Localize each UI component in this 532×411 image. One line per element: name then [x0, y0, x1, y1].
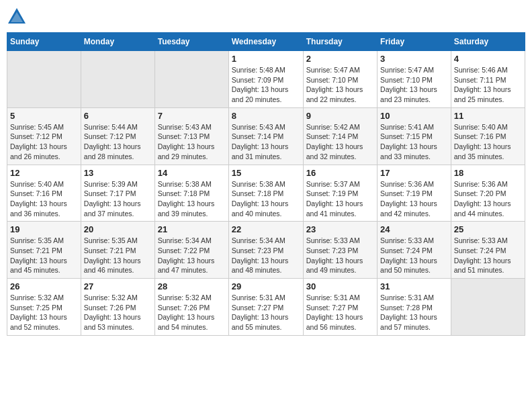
day-number: 1: [232, 54, 300, 64]
day-detail: Sunrise: 5:35 AM Sunset: 7:21 PM Dayligh…: [10, 236, 78, 275]
day-number: 31: [380, 281, 448, 291]
calendar-week-row: 19Sunrise: 5:35 AM Sunset: 7:21 PM Dayli…: [7, 222, 525, 279]
day-number: 28: [158, 281, 226, 291]
day-number: 22: [232, 224, 300, 234]
calendar-week-row: 1Sunrise: 5:48 AM Sunset: 7:09 PM Daylig…: [7, 51, 525, 108]
weekday-header: Friday: [378, 33, 451, 51]
weekday-header: Monday: [81, 33, 154, 51]
calendar-cell: 13Sunrise: 5:39 AM Sunset: 7:17 PM Dayli…: [81, 165, 154, 222]
calendar-cell: 15Sunrise: 5:38 AM Sunset: 7:18 PM Dayli…: [228, 165, 303, 222]
day-detail: Sunrise: 5:37 AM Sunset: 7:19 PM Dayligh…: [306, 179, 374, 219]
page-header: [7, 7, 525, 27]
weekday-header: Saturday: [451, 33, 525, 51]
day-number: 6: [84, 111, 152, 121]
calendar-cell: 29Sunrise: 5:31 AM Sunset: 7:27 PM Dayli…: [228, 279, 303, 336]
day-detail: Sunrise: 5:32 AM Sunset: 7:26 PM Dayligh…: [84, 293, 152, 332]
day-number: 2: [306, 54, 374, 64]
calendar-cell: 22Sunrise: 5:34 AM Sunset: 7:23 PM Dayli…: [228, 222, 303, 279]
calendar-cell: 2Sunrise: 5:47 AM Sunset: 7:10 PM Daylig…: [303, 51, 377, 108]
day-number: 7: [158, 111, 226, 121]
day-detail: Sunrise: 5:40 AM Sunset: 7:16 PM Dayligh…: [10, 179, 78, 219]
day-number: 20: [84, 224, 152, 234]
day-detail: Sunrise: 5:38 AM Sunset: 7:18 PM Dayligh…: [158, 179, 226, 219]
day-detail: Sunrise: 5:34 AM Sunset: 7:23 PM Dayligh…: [232, 236, 300, 275]
day-number: 5: [10, 111, 78, 121]
day-detail: Sunrise: 5:33 AM Sunset: 7:24 PM Dayligh…: [454, 236, 522, 275]
calendar-cell: 18Sunrise: 5:36 AM Sunset: 7:20 PM Dayli…: [451, 165, 525, 222]
day-detail: Sunrise: 5:32 AM Sunset: 7:26 PM Dayligh…: [158, 293, 226, 332]
day-detail: Sunrise: 5:42 AM Sunset: 7:14 PM Dayligh…: [306, 122, 374, 162]
day-number: 27: [84, 281, 152, 291]
day-number: 8: [232, 111, 300, 121]
day-detail: Sunrise: 5:35 AM Sunset: 7:21 PM Dayligh…: [84, 236, 152, 275]
day-number: 3: [380, 54, 448, 64]
calendar-cell: 12Sunrise: 5:40 AM Sunset: 7:16 PM Dayli…: [7, 165, 81, 222]
day-detail: Sunrise: 5:36 AM Sunset: 7:20 PM Dayligh…: [454, 179, 522, 219]
day-number: 18: [454, 168, 522, 178]
day-detail: Sunrise: 5:39 AM Sunset: 7:17 PM Dayligh…: [84, 179, 152, 219]
calendar-cell: [7, 51, 81, 108]
calendar-cell: 24Sunrise: 5:33 AM Sunset: 7:24 PM Dayli…: [378, 222, 451, 279]
calendar-cell: 17Sunrise: 5:36 AM Sunset: 7:19 PM Dayli…: [378, 165, 451, 222]
day-number: 16: [306, 168, 374, 178]
calendar-cell: 3Sunrise: 5:47 AM Sunset: 7:10 PM Daylig…: [378, 51, 451, 108]
calendar-cell: 27Sunrise: 5:32 AM Sunset: 7:26 PM Dayli…: [81, 279, 154, 336]
calendar-cell: 6Sunrise: 5:44 AM Sunset: 7:12 PM Daylig…: [81, 107, 154, 165]
calendar-cell: 10Sunrise: 5:41 AM Sunset: 7:15 PM Dayli…: [378, 107, 451, 165]
weekday-header: Wednesday: [228, 33, 303, 51]
day-number: 17: [380, 168, 448, 178]
day-detail: Sunrise: 5:33 AM Sunset: 7:23 PM Dayligh…: [306, 236, 374, 275]
day-number: 24: [380, 224, 448, 234]
day-detail: Sunrise: 5:45 AM Sunset: 7:12 PM Dayligh…: [10, 122, 78, 162]
day-number: 11: [454, 111, 522, 121]
day-detail: Sunrise: 5:48 AM Sunset: 7:09 PM Dayligh…: [232, 65, 300, 105]
logo-icon: [7, 7, 27, 27]
day-number: 30: [306, 281, 374, 291]
day-detail: Sunrise: 5:40 AM Sunset: 7:16 PM Dayligh…: [454, 122, 522, 162]
day-number: 10: [380, 111, 448, 121]
day-number: 9: [306, 111, 374, 121]
calendar-cell: 4Sunrise: 5:46 AM Sunset: 7:11 PM Daylig…: [451, 51, 525, 108]
day-number: 23: [306, 224, 374, 234]
day-detail: Sunrise: 5:31 AM Sunset: 7:27 PM Dayligh…: [232, 293, 300, 332]
calendar-cell: 11Sunrise: 5:40 AM Sunset: 7:16 PM Dayli…: [451, 107, 525, 165]
day-number: 15: [232, 168, 300, 178]
calendar-cell: 23Sunrise: 5:33 AM Sunset: 7:23 PM Dayli…: [303, 222, 377, 279]
calendar-cell: 31Sunrise: 5:31 AM Sunset: 7:28 PM Dayli…: [378, 279, 451, 336]
weekday-header: Tuesday: [154, 33, 228, 51]
weekday-header: Sunday: [7, 33, 81, 51]
calendar-cell: 20Sunrise: 5:35 AM Sunset: 7:21 PM Dayli…: [81, 222, 154, 279]
day-detail: Sunrise: 5:41 AM Sunset: 7:15 PM Dayligh…: [380, 122, 448, 162]
day-number: 26: [10, 281, 78, 291]
day-number: 19: [10, 224, 78, 234]
calendar-week-row: 5Sunrise: 5:45 AM Sunset: 7:12 PM Daylig…: [7, 107, 525, 165]
calendar-cell: 1Sunrise: 5:48 AM Sunset: 7:09 PM Daylig…: [228, 51, 303, 108]
calendar-cell: 9Sunrise: 5:42 AM Sunset: 7:14 PM Daylig…: [303, 107, 377, 165]
weekday-header-row: SundayMondayTuesdayWednesdayThursdayFrid…: [7, 33, 525, 51]
calendar-cell: 7Sunrise: 5:43 AM Sunset: 7:13 PM Daylig…: [154, 107, 228, 165]
calendar-cell: 8Sunrise: 5:43 AM Sunset: 7:14 PM Daylig…: [228, 107, 303, 165]
weekday-header: Thursday: [303, 33, 377, 51]
day-detail: Sunrise: 5:43 AM Sunset: 7:14 PM Dayligh…: [232, 122, 300, 162]
calendar-cell: 14Sunrise: 5:38 AM Sunset: 7:18 PM Dayli…: [154, 165, 228, 222]
day-detail: Sunrise: 5:44 AM Sunset: 7:12 PM Dayligh…: [84, 122, 152, 162]
day-number: 25: [454, 224, 522, 234]
calendar-week-row: 26Sunrise: 5:32 AM Sunset: 7:25 PM Dayli…: [7, 279, 525, 336]
logo: [7, 7, 30, 27]
calendar-cell: [451, 279, 525, 336]
day-detail: Sunrise: 5:31 AM Sunset: 7:27 PM Dayligh…: [306, 293, 374, 332]
calendar-table: SundayMondayTuesdayWednesdayThursdayFrid…: [7, 32, 525, 336]
calendar-week-row: 12Sunrise: 5:40 AM Sunset: 7:16 PM Dayli…: [7, 165, 525, 222]
calendar-cell: 28Sunrise: 5:32 AM Sunset: 7:26 PM Dayli…: [154, 279, 228, 336]
calendar-cell: 19Sunrise: 5:35 AM Sunset: 7:21 PM Dayli…: [7, 222, 81, 279]
day-detail: Sunrise: 5:33 AM Sunset: 7:24 PM Dayligh…: [380, 236, 448, 275]
day-detail: Sunrise: 5:43 AM Sunset: 7:13 PM Dayligh…: [158, 122, 226, 162]
day-detail: Sunrise: 5:31 AM Sunset: 7:28 PM Dayligh…: [380, 293, 448, 332]
day-number: 14: [158, 168, 226, 178]
day-number: 4: [454, 54, 522, 64]
day-number: 12: [10, 168, 78, 178]
day-number: 21: [158, 224, 226, 234]
calendar-cell: [154, 51, 228, 108]
calendar-cell: 5Sunrise: 5:45 AM Sunset: 7:12 PM Daylig…: [7, 107, 81, 165]
day-detail: Sunrise: 5:32 AM Sunset: 7:25 PM Dayligh…: [10, 293, 78, 332]
